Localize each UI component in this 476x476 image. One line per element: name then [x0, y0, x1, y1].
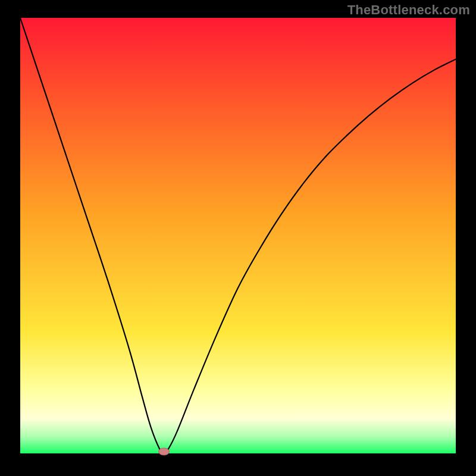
bottleneck-chart — [0, 0, 476, 476]
watermark-text: TheBottleneck.com — [347, 2, 470, 18]
chart-frame: { "watermark": "TheBottleneck.com", "col… — [0, 0, 476, 476]
plot-background — [20, 18, 456, 453]
minimum-marker — [159, 448, 170, 455]
